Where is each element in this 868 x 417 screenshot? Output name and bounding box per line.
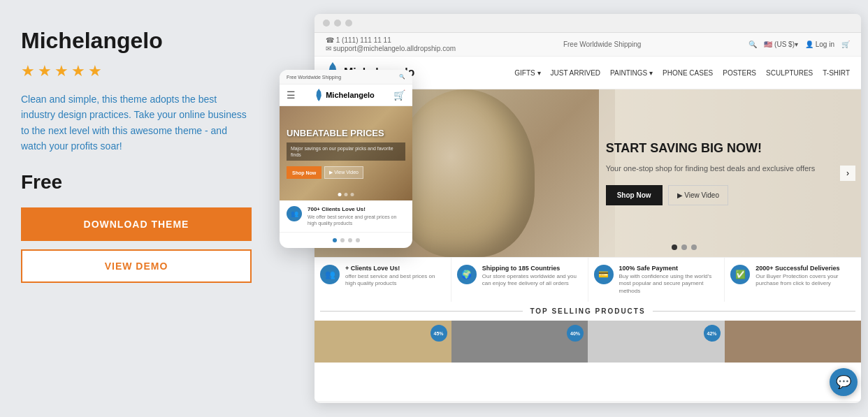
mobile-logo-text: Michelangelo bbox=[326, 91, 375, 99]
search-icon[interactable]: 🔍 bbox=[748, 41, 757, 48]
nav-gifts[interactable]: GIFTS ▾ bbox=[514, 69, 540, 77]
feature-payment: 💳 100% Safe Payment Buy with confidence … bbox=[588, 258, 725, 302]
hero-dot-3[interactable] bbox=[691, 244, 697, 250]
mobile-hero: UNBEATABLE PRICES Major savings on our p… bbox=[280, 106, 412, 200]
product-card-4[interactable] bbox=[725, 321, 862, 363]
mobile-logo: Michelangelo bbox=[314, 89, 375, 101]
topbar-shipping: Free Worldwide Shipping bbox=[563, 41, 642, 48]
mobile-logo-figure-icon bbox=[314, 89, 323, 101]
product-badge-2: 40% bbox=[567, 325, 584, 342]
nav-tshirt[interactable]: T-SHIRT bbox=[823, 69, 850, 77]
hero-text-area: START SAVING BIG NOW! Your one-stop shop… bbox=[599, 89, 861, 257]
feature-deliveries: ✅ 2000+ Successful Deliveries Our Buyer … bbox=[725, 258, 861, 302]
mobile-bottom-dot-2[interactable] bbox=[340, 238, 345, 242]
mobile-menu-icon[interactable]: ☰ bbox=[287, 89, 296, 101]
store-topbar: ☎ 1 (111) 111 11 11 ✉ support@michelange… bbox=[314, 33, 861, 57]
mobile-cart-icon[interactable]: 🛒 bbox=[393, 89, 405, 101]
mobile-shop-now-button[interactable]: Shop Now bbox=[287, 166, 321, 179]
product-card-2[interactable]: 40% bbox=[451, 321, 588, 363]
star-3: ★ bbox=[55, 62, 68, 80]
theme-description: Clean and simple, this theme adopts the … bbox=[21, 92, 252, 154]
clients-title: + Clients Love Us! bbox=[345, 265, 445, 272]
shipping-text: Shipping to 185 Countries Our store oper… bbox=[482, 265, 582, 288]
cart-icon[interactable]: 🛒 bbox=[841, 41, 850, 48]
mobile-dot-2[interactable] bbox=[345, 193, 348, 196]
browser-dot-2 bbox=[334, 20, 341, 27]
mobile-search-icon[interactable]: 🔍 bbox=[399, 74, 405, 80]
product-card-1[interactable]: 45% bbox=[314, 321, 451, 363]
hero-headline: START SAVING BIG NOW! bbox=[606, 141, 844, 156]
chat-button[interactable]: 💬 bbox=[830, 368, 858, 396]
clients-icon: 👥 bbox=[320, 265, 340, 284]
star-rating: ★ ★ ★ ★ ★ bbox=[21, 62, 252, 80]
mobile-clients-icon: 👥 bbox=[287, 206, 302, 221]
mobile-mockup: Free Worldwide Shipping 🔍 ☰ Michelangelo… bbox=[280, 70, 412, 248]
hero-next-button[interactable]: › bbox=[840, 166, 855, 181]
payment-text: 100% Safe Payment Buy with confidence us… bbox=[619, 265, 719, 295]
deliveries-text: 2000+ Successful Deliveries Our Buyer Pr… bbox=[755, 265, 855, 288]
star-5: ★ bbox=[88, 62, 102, 80]
mobile-dot-3[interactable] bbox=[351, 193, 354, 196]
product-card-3[interactable]: 42% bbox=[588, 321, 725, 363]
feature-clients: 👥 + Clients Love Us! offer best service … bbox=[314, 258, 451, 302]
product-badge-3: 42% bbox=[704, 325, 721, 342]
products-row: 45% 40% 42% bbox=[314, 321, 861, 363]
star-2: ★ bbox=[38, 62, 52, 80]
mobile-bottom-dot-1[interactable] bbox=[333, 238, 337, 242]
browser-dot-3 bbox=[345, 20, 352, 27]
browser-dot-1 bbox=[323, 20, 330, 27]
hero-view-video-button[interactable]: ▶ View Video bbox=[668, 185, 728, 205]
mobile-hero-text: UNBEATABLE PRICES Major savings on our p… bbox=[280, 121, 412, 186]
nav-just-arrived[interactable]: JUST ARRIVED bbox=[551, 69, 601, 77]
download-theme-button[interactable]: DOWNLOAD THEME bbox=[21, 207, 252, 241]
nav-sculptures[interactable]: SCULPTURES bbox=[766, 69, 813, 77]
topbar-right: 🔍 🇺🇸 (US $)▾ 👤 Log in 🛒 bbox=[748, 41, 850, 48]
mobile-dot-1[interactable] bbox=[338, 193, 342, 196]
shipping-icon: 🌍 bbox=[457, 265, 477, 284]
clients-text: + Clients Love Us! offer best service an… bbox=[345, 265, 445, 288]
mobile-hero-dots bbox=[338, 193, 354, 196]
topbar-phone: ☎ 1 (111) 111 11 11 bbox=[326, 36, 456, 44]
deliveries-title: 2000+ Successful Deliveries bbox=[755, 265, 855, 272]
right-area: ☎ 1 (111) 111 11 11 ✉ support@michelange… bbox=[273, 0, 868, 417]
mobile-topbar: Free Worldwide Shipping 🔍 bbox=[280, 70, 412, 85]
mobile-hero-title: UNBEATABLE PRICES bbox=[287, 128, 405, 139]
star-1: ★ bbox=[21, 62, 35, 80]
topbar-email: ✉ support@michelangelo.alldropship.com bbox=[326, 45, 456, 52]
nav-posters[interactable]: POSTERS bbox=[723, 69, 756, 77]
mobile-feature: 👥 700+ Clients Love Us! We offer best se… bbox=[280, 200, 412, 233]
currency-selector[interactable]: 🇺🇸 (US $)▾ bbox=[764, 41, 798, 48]
deliveries-icon: ✅ bbox=[730, 265, 750, 284]
mobile-view-video-button[interactable]: ▶ View Video bbox=[324, 166, 363, 179]
topbar-left: ☎ 1 (111) 111 11 11 ✉ support@michelange… bbox=[326, 36, 456, 52]
left-panel: Michelangelo ★ ★ ★ ★ ★ Clean and simple,… bbox=[0, 0, 273, 417]
payment-icon: 💳 bbox=[594, 265, 614, 284]
nav-paintings[interactable]: PAINTINGS ▾ bbox=[610, 69, 653, 77]
nav-phone-cases[interactable]: PHONE CASES bbox=[663, 69, 713, 77]
theme-title: Michelangelo bbox=[21, 28, 252, 54]
payment-title: 100% Safe Payment bbox=[619, 265, 719, 272]
shipping-desc: Our store operates worldwide and you can… bbox=[482, 273, 582, 288]
clients-desc: offer best service and best prices on hi… bbox=[345, 273, 445, 288]
feature-shipping: 🌍 Shipping to 185 Countries Our store op… bbox=[451, 258, 588, 302]
mobile-clients-title: 700+ Clients Love Us! bbox=[308, 206, 405, 212]
browser-bar bbox=[314, 14, 861, 33]
mobile-bottom-dots bbox=[280, 233, 412, 248]
hero-subtitle: Your one-stop shop for finding best deal… bbox=[606, 163, 844, 174]
chat-icon: 💬 bbox=[836, 374, 851, 390]
login-link[interactable]: 👤 Log in bbox=[805, 41, 834, 48]
mobile-hero-buttons: Shop Now ▶ View Video bbox=[287, 166, 405, 179]
hero-buttons: Shop Now ▶ View Video bbox=[606, 185, 844, 205]
statue-face bbox=[395, 89, 535, 257]
hero-shop-now-button[interactable]: Shop Now bbox=[606, 185, 663, 205]
payment-desc: Buy with confidence using the world's mo… bbox=[619, 273, 719, 295]
mobile-bottom-dot-4[interactable] bbox=[356, 238, 360, 242]
hero-dot-1[interactable] bbox=[672, 244, 677, 250]
hero-dot-2[interactable] bbox=[681, 244, 687, 250]
mobile-navbar: ☰ Michelangelo 🛒 bbox=[280, 85, 412, 106]
mobile-bottom-dot-3[interactable] bbox=[348, 238, 352, 242]
price-label: Free bbox=[21, 171, 252, 193]
mobile-clients-desc: We offer best service and great prices o… bbox=[308, 214, 405, 226]
mobile-shipping-text: Free Worldwide Shipping bbox=[287, 75, 341, 80]
view-demo-button[interactable]: VIEW DEMO bbox=[21, 249, 252, 283]
